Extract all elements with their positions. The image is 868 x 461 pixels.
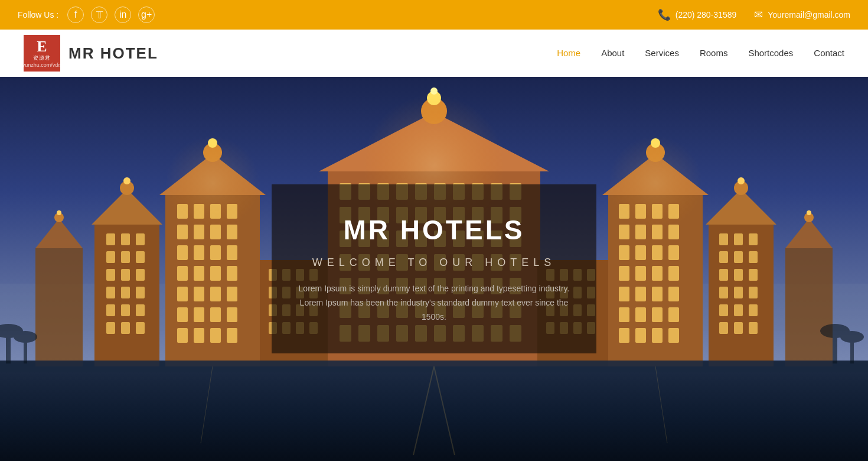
hero-section: MR HOTELS Welcome To Our Hotels Lorem Ip… xyxy=(0,77,868,461)
hero-title: MR HOTELS xyxy=(295,214,573,246)
nav-link-home[interactable]: Home xyxy=(557,45,580,61)
svg-rect-3 xyxy=(35,248,83,366)
svg-rect-53 xyxy=(177,307,188,322)
svg-rect-201 xyxy=(668,328,679,343)
twitter-icon[interactable]: 𝕋 xyxy=(91,7,107,23)
nav-link-contact[interactable]: Contact xyxy=(814,45,844,61)
svg-point-10 xyxy=(123,177,130,184)
svg-rect-15 xyxy=(121,251,130,263)
svg-rect-28 xyxy=(136,322,145,334)
svg-rect-24 xyxy=(121,304,130,316)
nav-item-shortcodes[interactable]: Shortcodes xyxy=(748,48,793,59)
svg-rect-12 xyxy=(121,233,130,245)
nav-item-home[interactable]: Home xyxy=(557,48,580,59)
social-icons: f 𝕋 in g+ xyxy=(67,7,155,23)
nav-link-shortcodes[interactable]: Shortcodes xyxy=(748,45,793,61)
nav-item-rooms[interactable]: Rooms xyxy=(700,48,728,59)
svg-rect-41 xyxy=(177,245,188,260)
svg-rect-222 xyxy=(734,322,743,334)
svg-rect-45 xyxy=(177,266,188,281)
svg-point-227 xyxy=(807,210,811,215)
svg-rect-194 xyxy=(619,307,629,322)
svg-rect-11 xyxy=(106,233,115,245)
svg-rect-219 xyxy=(734,304,743,316)
svg-rect-56 xyxy=(227,307,237,322)
svg-rect-199 xyxy=(635,328,646,343)
hero-subtitle: Welcome To Our Hotels xyxy=(295,257,573,269)
svg-rect-59 xyxy=(210,328,221,343)
svg-rect-187 xyxy=(635,266,646,281)
svg-rect-185 xyxy=(668,245,679,260)
nav-links: Home About Services Rooms Shortcodes Con… xyxy=(557,48,844,59)
svg-rect-20 xyxy=(106,287,115,298)
facebook-icon[interactable]: f xyxy=(67,7,84,23)
svg-rect-188 xyxy=(652,266,663,281)
svg-rect-37 xyxy=(177,225,188,239)
svg-rect-220 xyxy=(749,304,758,316)
svg-rect-221 xyxy=(719,322,728,334)
svg-rect-26 xyxy=(106,322,115,334)
email-contact: ✉ Youremail@gmail.com xyxy=(754,8,850,21)
svg-rect-192 xyxy=(652,287,663,301)
svg-rect-193 xyxy=(668,287,679,301)
svg-rect-211 xyxy=(749,251,758,263)
brand-name: MR HOTEL xyxy=(68,44,158,63)
svg-rect-13 xyxy=(136,233,145,245)
linkedin-icon[interactable]: in xyxy=(115,7,131,23)
svg-rect-223 xyxy=(749,322,758,334)
svg-rect-209 xyxy=(719,251,728,263)
svg-rect-25 xyxy=(136,304,145,316)
svg-point-243 xyxy=(165,136,260,230)
svg-rect-214 xyxy=(749,269,758,281)
logo-chinese: 资源君 xyxy=(33,54,51,62)
svg-rect-50 xyxy=(194,287,204,301)
svg-rect-207 xyxy=(734,233,743,245)
svg-rect-17 xyxy=(106,269,115,281)
nav-link-rooms[interactable]: Rooms xyxy=(700,45,728,61)
top-bar: Follow Us : f 𝕋 in g+ 📞 (220) 280-31589 … xyxy=(0,0,868,30)
email-address: Youremail@gmail.com xyxy=(768,10,850,20)
svg-rect-44 xyxy=(227,245,237,260)
svg-rect-183 xyxy=(635,245,646,260)
svg-rect-190 xyxy=(619,287,629,301)
svg-rect-178 xyxy=(619,225,629,239)
svg-rect-210 xyxy=(734,251,743,263)
svg-rect-58 xyxy=(194,328,204,343)
svg-rect-206 xyxy=(719,233,728,245)
svg-point-244 xyxy=(608,136,703,230)
svg-rect-224 xyxy=(785,248,833,366)
nav-item-about[interactable]: About xyxy=(601,48,624,59)
svg-rect-16 xyxy=(136,251,145,263)
svg-rect-49 xyxy=(177,287,188,301)
googleplus-icon[interactable]: g+ xyxy=(138,7,155,23)
svg-rect-51 xyxy=(210,287,221,301)
nav-item-services[interactable]: Services xyxy=(645,48,679,59)
top-bar-left: Follow Us : f 𝕋 in g+ xyxy=(18,7,155,23)
svg-rect-55 xyxy=(210,307,221,322)
logo-url: eyunzhu.com/vdisk xyxy=(19,62,65,68)
nav-item-contact[interactable]: Contact xyxy=(814,48,844,59)
svg-point-82 xyxy=(430,87,438,95)
svg-rect-27 xyxy=(121,322,130,334)
phone-icon: 📞 xyxy=(658,8,671,21)
svg-rect-212 xyxy=(719,269,728,281)
svg-rect-197 xyxy=(668,307,679,322)
svg-rect-52 xyxy=(227,287,237,301)
svg-rect-48 xyxy=(227,266,237,281)
svg-rect-184 xyxy=(652,245,663,260)
svg-rect-18 xyxy=(121,269,130,281)
svg-rect-46 xyxy=(194,266,204,281)
nav-link-about[interactable]: About xyxy=(601,45,624,61)
svg-point-241 xyxy=(840,331,864,343)
svg-point-205 xyxy=(738,177,745,184)
svg-rect-43 xyxy=(210,245,221,260)
nav-link-services[interactable]: Services xyxy=(645,45,679,61)
svg-rect-216 xyxy=(734,287,743,298)
navbar: E 资源君 eyunzhu.com/vdisk MR HOTEL Home Ab… xyxy=(0,30,868,77)
svg-rect-213 xyxy=(734,269,743,281)
svg-rect-217 xyxy=(749,287,758,298)
svg-rect-60 xyxy=(227,328,237,343)
svg-rect-42 xyxy=(194,245,204,260)
follow-label: Follow Us : xyxy=(18,10,58,20)
svg-rect-47 xyxy=(210,266,221,281)
